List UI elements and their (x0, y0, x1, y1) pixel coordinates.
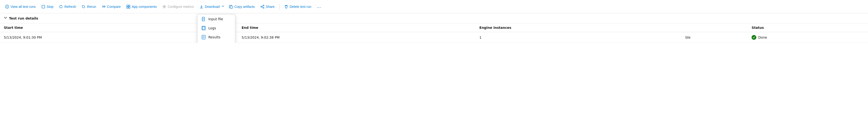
toolbar-separator (279, 4, 280, 9)
download-group: Download Input file Logs (197, 3, 226, 10)
download-button[interactable]: Download (197, 3, 220, 10)
section-title: Test run details (9, 17, 38, 20)
share-button[interactable]: Share (258, 3, 277, 10)
compare-icon (102, 5, 106, 8)
delete-test-run-label: Delete test run (289, 5, 311, 8)
copy-artifacts-label: Copy artifacts (234, 5, 255, 8)
configure-metrics-button[interactable]: Configure metrics (160, 3, 196, 10)
col-status: Status (748, 23, 868, 32)
input-file-icon (201, 17, 206, 21)
svg-rect-24 (230, 6, 232, 8)
results-icon (201, 35, 206, 39)
compare-label: Compare (107, 5, 121, 8)
view-all-label: View all test runs (10, 5, 36, 8)
svg-point-0 (5, 5, 9, 8)
svg-line-29 (262, 7, 263, 8)
toolbar: View all test runs Stop Refresh Rerun Co… (0, 0, 868, 13)
status-done-icon (751, 35, 756, 40)
chevron-down-icon (221, 4, 225, 9)
view-all-button[interactable]: View all test runs (3, 3, 38, 10)
refresh-label: Refresh (64, 5, 76, 8)
refresh-button[interactable]: Refresh (57, 3, 79, 10)
configure-metrics-label: Configure metrics (168, 5, 194, 8)
delete-icon (284, 5, 288, 8)
svg-line-28 (262, 6, 263, 6)
svg-rect-4 (127, 5, 128, 6)
col-empty (682, 23, 748, 32)
dropdown-item-logs[interactable]: Logs (197, 24, 235, 33)
content-area: Test run details Start time End time Eng… (0, 13, 868, 43)
download-dropdown-button[interactable] (220, 3, 226, 10)
back-icon (5, 5, 9, 8)
rerun-label: Rerun (87, 5, 96, 8)
stop-label: Stop (47, 5, 54, 8)
refresh-icon (59, 5, 63, 8)
download-icon (199, 5, 204, 8)
download-label: Download (205, 5, 220, 8)
more-button[interactable]: ... (315, 3, 323, 10)
col-engine-instances: Engine instances (475, 23, 682, 32)
dropdown-item-results[interactable]: Results (197, 33, 235, 42)
configure-metrics-icon (162, 5, 166, 8)
rerun-icon (82, 5, 86, 8)
dropdown-item-results-label: Results (208, 35, 220, 39)
more-label: ... (317, 5, 321, 8)
rerun-button[interactable]: Rerun (79, 3, 98, 10)
svg-rect-15 (203, 27, 205, 29)
svg-rect-6 (127, 7, 128, 8)
table-row: 5/13/2024, 9:01:30 PM 5/13/2024, 9:02:38… (0, 32, 868, 43)
share-label: Share (266, 5, 275, 8)
test-run-table: Start time End time Engine instances Sta… (0, 23, 868, 43)
svg-rect-1 (42, 5, 45, 8)
delete-test-run-button[interactable]: Delete test run (282, 3, 314, 10)
status-cell: Done (748, 32, 868, 43)
copy-artifacts-button[interactable]: Copy artifacts (227, 3, 257, 10)
compare-button[interactable]: Compare (99, 3, 123, 10)
col-end-time: End time (238, 23, 476, 32)
copy-artifacts-icon (229, 5, 233, 8)
svg-rect-5 (129, 5, 130, 6)
end-time-cell: 5/13/2024, 9:02:38 PM (238, 32, 476, 43)
engine-instances-cell: 1 (475, 32, 682, 43)
app-components-button[interactable]: App components (124, 3, 159, 10)
app-components-label: App components (132, 5, 157, 8)
download-dropdown-menu: Input file Logs Results Report (197, 14, 235, 43)
stop-icon (41, 5, 45, 8)
dropdown-item-input-file[interactable]: Input file (197, 14, 235, 24)
svg-rect-7 (129, 7, 130, 8)
section-toggle[interactable] (4, 16, 7, 20)
share-icon (260, 5, 264, 8)
app-components-icon (126, 5, 130, 8)
partial-cell: ble (682, 32, 748, 43)
dropdown-item-logs-label: Logs (208, 26, 216, 30)
stop-button[interactable]: Stop (39, 3, 56, 10)
status-label: Done (758, 35, 767, 39)
dropdown-item-report[interactable]: Report (197, 42, 235, 43)
section-header: Test run details (0, 13, 868, 23)
dropdown-item-input-file-label: Input file (208, 17, 223, 21)
svg-point-8 (164, 6, 165, 7)
logs-icon (201, 26, 206, 30)
